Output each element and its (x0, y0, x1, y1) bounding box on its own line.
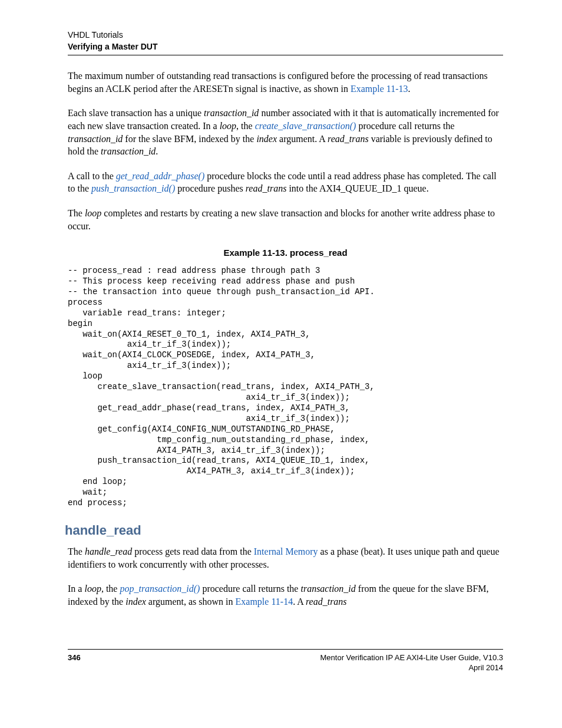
text: The maximum number of outstanding read t… (68, 71, 488, 94)
term: index (256, 134, 277, 144)
page-footer: 346 Mentor Verification IP AE AXI4-Lite … (68, 649, 503, 673)
text: process gets read data from the (132, 546, 254, 556)
term: transaction_id (101, 146, 156, 156)
doc-title: Mentor Verification IP AE AXI4-Lite User… (320, 653, 503, 663)
body-paragraph: The maximum number of outstanding read t… (68, 70, 503, 95)
text: The (68, 546, 85, 556)
term: transaction_id (300, 584, 355, 594)
text: procedure call returns the (200, 584, 300, 594)
text: . A (293, 597, 306, 607)
example-link[interactable]: Example 11-13 (351, 84, 408, 94)
text: . (156, 146, 158, 156)
term: loop (85, 208, 101, 218)
text: argument, as shown in (146, 597, 236, 607)
example-title: Example 11-13. process_read (68, 248, 503, 258)
text: In a (68, 584, 84, 594)
term: loop (220, 121, 236, 131)
text: Each slave transaction has a unique (68, 108, 204, 118)
body-paragraph: The loop completes and restarts by creat… (68, 207, 503, 232)
example-link[interactable]: Example 11-14 (236, 597, 293, 607)
page-header: VHDL Tutorials Verifying a Master DUT (68, 29, 503, 55)
text: the (104, 584, 120, 594)
text: procedure pushes (175, 183, 246, 193)
text: argument. A (277, 134, 328, 144)
term: transaction_id (68, 134, 123, 144)
text: completes and restarts by creating a new… (68, 208, 495, 231)
body-paragraph: In a loop, the pop_transaction_id() proc… (68, 582, 503, 608)
text: A call to the (68, 171, 116, 181)
procedure-link[interactable]: create_slave_transaction() (255, 121, 356, 131)
body-paragraph: Each slave transaction has a unique tran… (68, 107, 503, 157)
term: read_trans (328, 134, 369, 144)
doc-date: April 2014 (320, 663, 503, 673)
text: The (68, 208, 85, 218)
text: procedure call returns the (356, 121, 454, 131)
header-section: Verifying a Master DUT (68, 41, 503, 53)
text: . (408, 84, 411, 94)
procedure-link[interactable]: get_read_addr_phase() (116, 171, 205, 181)
code-block: -- process_read : read address phase thr… (68, 266, 503, 509)
term: read_trans (306, 597, 347, 607)
page-number: 346 (68, 653, 81, 662)
section-heading: handle_read (65, 523, 503, 538)
header-chapter: VHDL Tutorials (68, 29, 503, 41)
term: read_trans (246, 183, 287, 193)
internal-link[interactable]: Internal Memory (254, 546, 318, 556)
text: into the AXI4_QUEUE_ID_1 queue. (286, 183, 428, 193)
footer-right: Mentor Verification IP AE AXI4-Lite User… (320, 653, 503, 673)
procedure-link[interactable]: pop_transaction_id() (120, 584, 200, 594)
term: handle_read (85, 546, 132, 556)
body-paragraph: The handle_read process gets read data f… (68, 545, 503, 571)
text: for the slave BFM, indexed by the (123, 134, 256, 144)
procedure-link[interactable]: push_transaction_id() (91, 183, 175, 193)
term: transaction_id (204, 108, 259, 118)
term: index (125, 597, 146, 607)
text: , the (236, 121, 255, 131)
term: loop, (84, 584, 103, 594)
body-paragraph: A call to the get_read_addr_phase() proc… (68, 170, 503, 195)
